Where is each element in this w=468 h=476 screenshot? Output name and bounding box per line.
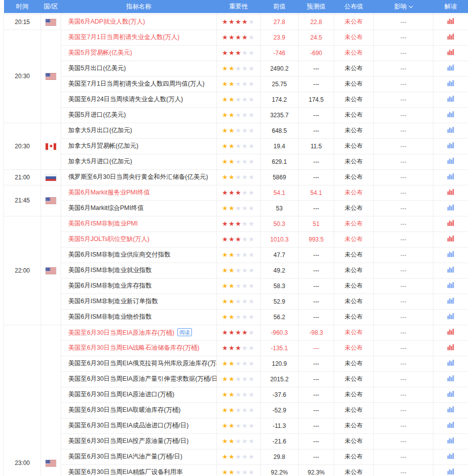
indicator-name-link[interactable]: 美国至6月30日当周EIA原油进口(万桶) bbox=[68, 391, 174, 398]
read-cell[interactable] bbox=[433, 169, 468, 185]
bar-chart-icon[interactable] bbox=[447, 251, 454, 259]
bar-chart-icon[interactable] bbox=[447, 298, 454, 305]
read-cell[interactable] bbox=[433, 138, 468, 154]
bar-chart-icon[interactable] bbox=[447, 267, 454, 274]
bar-chart-icon[interactable] bbox=[447, 282, 454, 290]
read-cell[interactable] bbox=[433, 325, 468, 340]
indicator-name-link[interactable]: 美国5月进口(亿美元) bbox=[68, 111, 126, 118]
read-cell[interactable] bbox=[433, 356, 468, 371]
bar-chart-icon[interactable] bbox=[447, 158, 454, 165]
bar-chart-icon[interactable] bbox=[447, 189, 454, 196]
bar-chart-icon[interactable] bbox=[447, 235, 454, 243]
bar-chart-icon[interactable] bbox=[447, 375, 454, 383]
bar-chart-icon[interactable] bbox=[447, 360, 454, 367]
col-impact[interactable]: 影响 bbox=[374, 0, 433, 13]
indicator-name-link[interactable]: 美国至6月30日当周EIA原油库存(万桶) bbox=[68, 329, 174, 336]
indicator-name-link[interactable]: 美国至6月30日当周EIA汽油产量(万桶/日) bbox=[68, 453, 182, 460]
bar-chart-icon[interactable] bbox=[447, 391, 454, 398]
indicator-name-link[interactable]: 美国至7月1日当周初请失业金人数四周均值(万人) bbox=[68, 80, 204, 87]
read-cell[interactable] bbox=[433, 278, 468, 294]
indicator-name-link[interactable]: 美国至6月30日当周EIA取暖油库存(万桶) bbox=[68, 406, 180, 413]
read-cell[interactable] bbox=[433, 231, 468, 247]
bar-chart-icon[interactable] bbox=[447, 344, 454, 352]
indicator-name-link[interactable]: 美国6月ISM非制造业物价指数 bbox=[68, 313, 152, 320]
bar-chart-icon[interactable] bbox=[447, 313, 454, 321]
read-cell[interactable] bbox=[433, 154, 468, 169]
read-cell[interactable] bbox=[433, 387, 468, 402]
indicator-name-link[interactable]: 美国至6月24日当周续请失业金人数(万人) bbox=[68, 96, 183, 103]
bar-chart-icon[interactable] bbox=[447, 329, 454, 336]
indicator-name-link[interactable]: 美国5月出口(亿美元) bbox=[68, 65, 126, 72]
read-cell[interactable] bbox=[433, 449, 468, 464]
bar-chart-icon[interactable] bbox=[447, 96, 454, 103]
bar-chart-icon[interactable] bbox=[447, 437, 454, 445]
read-cell[interactable] bbox=[433, 247, 468, 263]
read-cell[interactable] bbox=[433, 76, 468, 92]
table-row: 23:00美国至6月30日当周EIA原油库存(万桶)阅读★★★★★-960.3-… bbox=[4, 325, 468, 340]
bar-chart-icon[interactable] bbox=[447, 204, 454, 212]
bar-chart-icon[interactable] bbox=[447, 453, 454, 460]
indicator-name-link[interactable]: 美国6月ADP就业人数(万人) bbox=[68, 18, 145, 25]
bar-chart-icon[interactable] bbox=[447, 127, 454, 134]
bar-chart-icon[interactable] bbox=[447, 468, 454, 476]
indicator-name-link[interactable]: 加拿大5月贸易帐(亿加元) bbox=[68, 142, 138, 149]
indicator-name-link[interactable]: 美国6月ISM非制造业PMI bbox=[68, 220, 138, 227]
bar-chart-icon[interactable] bbox=[447, 111, 454, 119]
read-cell[interactable] bbox=[433, 464, 468, 476]
bar-chart-icon[interactable] bbox=[447, 142, 454, 150]
indicator-cell: 美国6月ISM非制造业就业指数 bbox=[61, 263, 217, 278]
published-value-cell: 未公布 bbox=[334, 294, 374, 309]
read-cell[interactable] bbox=[433, 200, 468, 216]
read-cell[interactable] bbox=[433, 45, 468, 61]
read-cell[interactable] bbox=[433, 371, 468, 387]
indicator-name-link[interactable]: 美国6月ISM非制造业就业指数 bbox=[68, 267, 152, 274]
indicator-name-link[interactable]: 加拿大5月进口(亿加元) bbox=[68, 158, 132, 165]
indicator-name-link[interactable]: 美国6月ISM非制造业库存指数 bbox=[68, 282, 152, 289]
indicator-name-link[interactable]: 美国至6月30日当周EIA俄克拉荷马州库欣原油库存(万桶) bbox=[68, 360, 217, 367]
bar-chart-icon[interactable] bbox=[447, 80, 454, 88]
read-cell[interactable] bbox=[433, 123, 468, 138]
read-cell[interactable] bbox=[433, 216, 468, 231]
indicator-name-link[interactable]: 美国至6月30日当周EIA投产原油量(万桶/日) bbox=[68, 437, 188, 444]
read-cell[interactable] bbox=[433, 263, 468, 278]
read-cell[interactable] bbox=[433, 107, 468, 123]
read-cell[interactable] bbox=[433, 402, 468, 418]
read-cell[interactable] bbox=[433, 61, 468, 76]
indicator-name-link[interactable]: 美国至6月30日当周EIA精炼厂设备利用率 bbox=[68, 468, 183, 475]
read-badge[interactable]: 阅读 bbox=[177, 328, 192, 336]
bar-chart-icon[interactable] bbox=[447, 65, 454, 72]
indicator-name-link[interactable]: 美国5月JOLTs职位空缺(万人) bbox=[68, 235, 149, 243]
read-cell[interactable] bbox=[433, 185, 468, 200]
chevron-down-icon[interactable] bbox=[409, 4, 413, 8]
read-cell[interactable] bbox=[433, 14, 468, 30]
bar-chart-icon[interactable] bbox=[447, 18, 454, 26]
indicator-name-link[interactable]: 俄罗斯至6月30日当周央行黄金和外汇储备(亿美元) bbox=[68, 173, 208, 180]
indicator-name-link[interactable]: 美国6月Markit综合PMI终值 bbox=[68, 204, 144, 211]
bar-chart-icon[interactable] bbox=[447, 173, 454, 181]
read-cell[interactable] bbox=[433, 433, 468, 449]
indicator-name-link[interactable]: 美国至6月30日当周EIA原油产量引伸需求数据(万桶/日) bbox=[68, 375, 217, 382]
importance-stars: ★★★★★ bbox=[222, 235, 255, 243]
bar-chart-icon[interactable] bbox=[447, 422, 454, 429]
ca-flag-icon bbox=[46, 143, 56, 150]
read-cell[interactable] bbox=[433, 92, 468, 107]
read-cell[interactable] bbox=[433, 418, 468, 433]
indicator-name-link[interactable]: 加拿大5月出口(亿加元) bbox=[68, 127, 132, 134]
bar-chart-icon[interactable] bbox=[447, 220, 454, 227]
read-cell[interactable] bbox=[433, 294, 468, 309]
indicator-name-link[interactable]: 美国6月Markit服务业PMI终值 bbox=[68, 189, 150, 196]
table-row: 20:30加拿大5月出口(亿加元)★★★★★648.5---未公布--- bbox=[4, 123, 468, 138]
prev-value-cell: -746 bbox=[261, 45, 299, 61]
read-cell[interactable] bbox=[433, 309, 468, 325]
indicator-name-link[interactable]: 美国6月ISM非制造业供应商交付指数 bbox=[68, 251, 170, 258]
indicator-name-link[interactable]: 美国至7月1日当周初请失业金人数(万人) bbox=[68, 34, 179, 41]
read-cell[interactable] bbox=[433, 340, 468, 356]
bar-chart-icon[interactable] bbox=[447, 49, 454, 57]
bar-chart-icon[interactable] bbox=[447, 34, 454, 41]
indicator-name-link[interactable]: 美国至6月30日当周EIA成品油进口(万桶/日) bbox=[68, 422, 188, 429]
indicator-name-link[interactable]: 美国5月贸易帐(亿美元) bbox=[68, 49, 132, 56]
bar-chart-icon[interactable] bbox=[447, 406, 454, 414]
read-cell[interactable] bbox=[433, 30, 468, 45]
indicator-name-link[interactable]: 美国至6月30日当周EIA战略石油储备库存(万桶) bbox=[68, 344, 199, 351]
indicator-name-link[interactable]: 美国6月ISM非制造业新订单指数 bbox=[68, 298, 158, 305]
